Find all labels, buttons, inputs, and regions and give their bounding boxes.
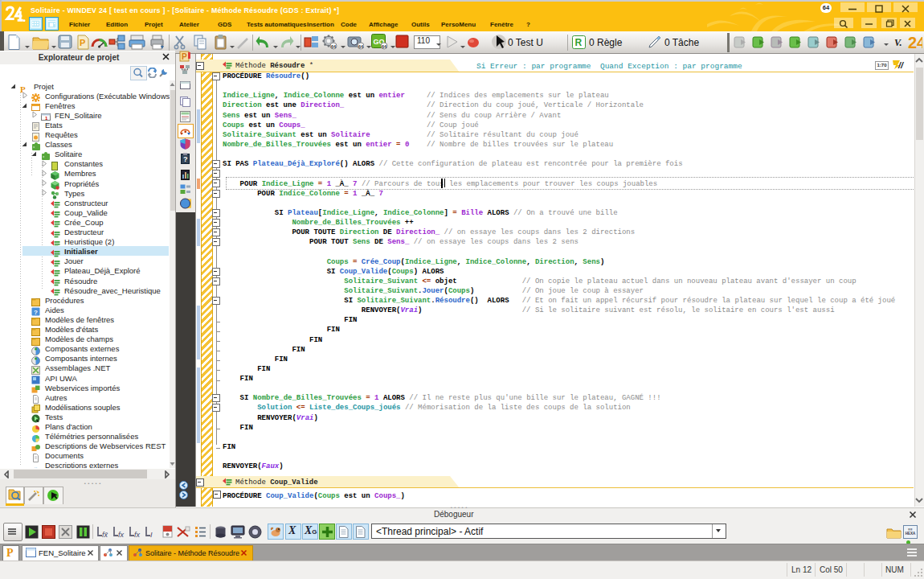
svg-text:fx: fx xyxy=(134,531,141,539)
svg-text:?: ? xyxy=(183,155,188,163)
svg-text:I: I xyxy=(150,531,153,539)
svg-text://: // xyxy=(897,60,905,70)
svg-text:R: R xyxy=(575,37,583,48)
svg-text:64: 64 xyxy=(358,44,364,49)
svg-text:64: 64 xyxy=(331,44,337,49)
svg-text:fx̄: fx̄ xyxy=(102,531,108,539)
svg-text:64: 64 xyxy=(382,44,387,49)
svg-text:P: P xyxy=(182,52,187,61)
svg-text:P: P xyxy=(80,38,85,47)
svg-text:fx: fx xyxy=(118,531,125,539)
svg-text:24: 24 xyxy=(908,34,922,51)
